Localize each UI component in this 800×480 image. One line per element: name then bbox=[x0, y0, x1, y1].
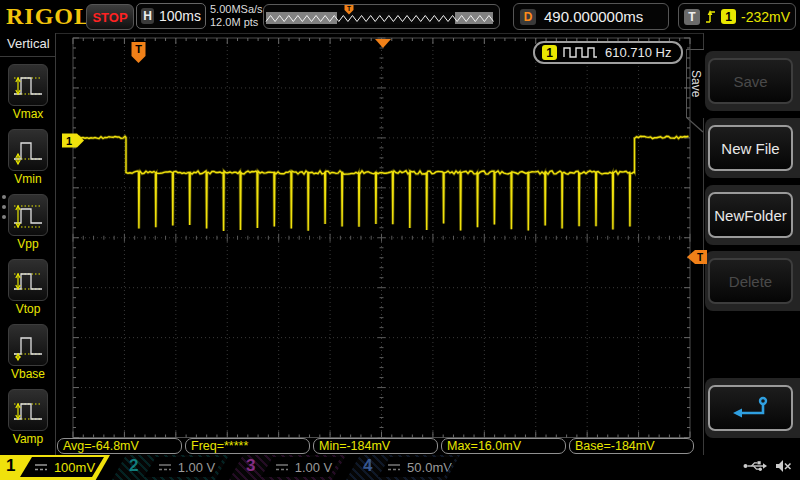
memory-position-bar[interactable]: T bbox=[263, 4, 500, 29]
vpp-label: Vpp bbox=[17, 237, 38, 251]
dc-coupling-icon bbox=[35, 463, 48, 472]
delay-label: D bbox=[520, 9, 536, 25]
tab-diagonal bbox=[686, 117, 704, 133]
channel-block-1[interactable]: 1 100mV bbox=[0, 455, 110, 480]
trigger-label: T bbox=[684, 9, 700, 25]
sidebar-item-vmax[interactable]: Vmax bbox=[0, 64, 56, 122]
channel-block-4[interactable]: 4 50.0mV bbox=[346, 455, 460, 480]
acquisition-info: 5.00MSa/s 12.0M pts bbox=[210, 3, 263, 29]
svg-text:T: T bbox=[135, 43, 142, 55]
vtop-icon bbox=[12, 263, 44, 297]
memory-depth: 12.0M pts bbox=[210, 16, 263, 29]
channel-3-scale: 1.00 V bbox=[295, 460, 333, 475]
run-state-indicator[interactable]: STOP bbox=[86, 4, 134, 30]
vmin-label: Vmin bbox=[14, 172, 41, 186]
usb-icon bbox=[743, 459, 767, 473]
vbase-label: Vbase bbox=[11, 367, 45, 381]
vamp-icon bbox=[12, 393, 44, 427]
vmax-label: Vmax bbox=[13, 107, 44, 121]
vtop-label: Vtop bbox=[16, 302, 41, 316]
rising-edge-icon bbox=[705, 8, 717, 25]
frequency-counter: 1 610.710 Hz bbox=[533, 41, 683, 64]
sidebar-item-vtop[interactable]: Vtop bbox=[0, 259, 56, 317]
trigger-level-value: -232mV bbox=[741, 9, 790, 25]
channel-1-number: 1 bbox=[6, 456, 15, 476]
channel-status-bar: 1 100mV 2 1.00 V 3 bbox=[0, 455, 800, 480]
sample-rate: 5.00MSa/s bbox=[210, 3, 263, 16]
measurement-avg: Avg=-64.8mV bbox=[57, 438, 182, 454]
channel-block-3[interactable]: 3 1.00 V bbox=[229, 455, 346, 480]
timebase-value: 100ms bbox=[159, 8, 201, 24]
channel-4-number: 4 bbox=[363, 456, 372, 476]
save-button[interactable]: Save bbox=[708, 58, 793, 104]
channel-2-scale: 1.00 V bbox=[178, 460, 216, 475]
channel-block-2[interactable]: 2 1.00 V bbox=[112, 455, 229, 480]
rigol-logo: RIGOL bbox=[6, 3, 91, 30]
menu-tab-save: Save bbox=[686, 49, 704, 118]
dc-coupling-icon bbox=[388, 463, 401, 472]
channel-2-number: 2 bbox=[129, 456, 138, 476]
channel-3-number: 3 bbox=[246, 456, 255, 476]
h-label: H bbox=[141, 8, 154, 24]
dc-coupling-icon bbox=[159, 463, 172, 472]
top-status-bar: RIGOL STOP H 100ms 5.00MSa/s 12.0M pts T… bbox=[0, 0, 800, 34]
new-file-button[interactable]: New File bbox=[708, 125, 793, 171]
return-arrow-icon bbox=[730, 394, 772, 422]
speaker-muted-icon bbox=[775, 459, 792, 473]
measurement-min: Min=-184mV bbox=[313, 438, 438, 454]
horizontal-timebase[interactable]: H 100ms bbox=[136, 3, 206, 29]
sidebar-item-vmin[interactable]: Vmin bbox=[0, 129, 56, 187]
svg-text:1: 1 bbox=[66, 135, 72, 147]
vpp-icon bbox=[12, 198, 44, 232]
oscilloscope-screen: RIGOL STOP H 100ms 5.00MSa/s 12.0M pts T… bbox=[0, 0, 800, 480]
vertical-measure-menu: Vertical Vmax Vmin Vpp Vtop Vbase Vamp bbox=[0, 33, 56, 456]
run-state-label: STOP bbox=[92, 10, 127, 25]
measurement-results-bar: Avg=-64.8mV Freq=***** Min=-184mV Max=16… bbox=[0, 438, 800, 455]
trigger-info[interactable]: T 1 -232mV bbox=[678, 3, 796, 30]
vmin-icon bbox=[12, 133, 44, 167]
horizontal-delay[interactable]: D 490.000000ms bbox=[513, 3, 669, 30]
dc-coupling-icon bbox=[276, 463, 289, 472]
channel-4-scale: 50.0mV bbox=[407, 460, 452, 475]
menu-title: Vertical bbox=[0, 33, 55, 57]
sidebar-item-vpp[interactable]: Vpp bbox=[0, 194, 56, 252]
new-folder-button[interactable]: NewFolder bbox=[708, 192, 793, 238]
vbase-icon bbox=[12, 328, 44, 362]
svg-text:T: T bbox=[347, 5, 351, 12]
waveform-display[interactable]: TT1 bbox=[56, 33, 710, 456]
trigger-source-badge: 1 bbox=[721, 9, 736, 24]
channel-1-scale: 100mV bbox=[54, 460, 95, 475]
measurement-max: Max=16.0mV bbox=[441, 438, 566, 454]
menu-page-dots bbox=[2, 195, 6, 219]
delay-value: 490.000000ms bbox=[544, 8, 643, 25]
counter-value: 610.710 Hz bbox=[605, 45, 672, 60]
vmax-icon bbox=[12, 68, 44, 102]
sidebar-item-vbase[interactable]: Vbase bbox=[0, 324, 56, 382]
measurement-freq: Freq=***** bbox=[185, 438, 310, 454]
delete-button[interactable]: Delete bbox=[708, 258, 793, 304]
square-wave-icon bbox=[563, 46, 599, 59]
measurement-base: Base=-184mV bbox=[569, 438, 694, 454]
memory-waveform-thumbnail: T bbox=[264, 5, 497, 27]
counter-source-badge: 1 bbox=[542, 45, 557, 60]
back-button[interactable] bbox=[708, 385, 793, 431]
